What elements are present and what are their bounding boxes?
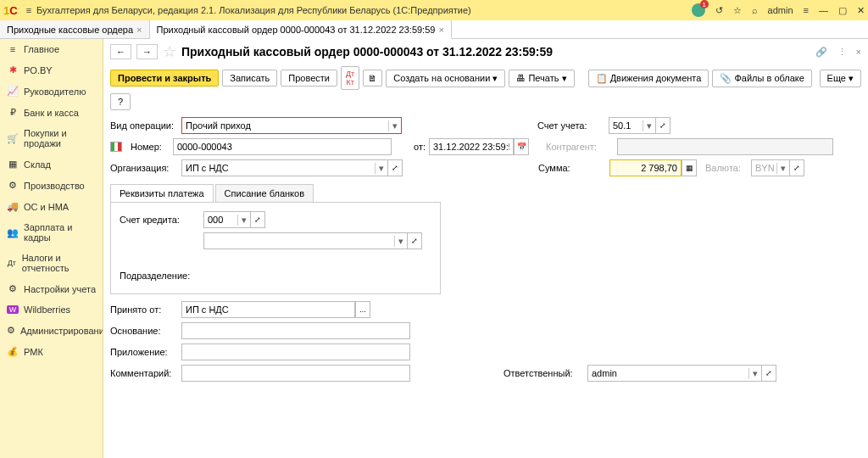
back-button[interactable]: ← xyxy=(110,44,131,59)
movements-button[interactable]: 📋 Движения документа xyxy=(588,70,709,87)
op-type-select[interactable]: Прочий приход▾ xyxy=(181,117,402,134)
notifications-icon[interactable] xyxy=(692,3,705,17)
sidebar-item-sales[interactable]: 🛒Покупки и продажи xyxy=(0,123,103,154)
more-button[interactable]: Еще ▾ xyxy=(820,70,861,87)
sidebar-item-main[interactable]: ≡Главное xyxy=(0,39,103,59)
dt-icon: Дт xyxy=(7,259,17,267)
create-based-button[interactable]: Создать на основании ▾ xyxy=(386,70,505,87)
cloud-files-button[interactable]: 📎 Файлы в облаке xyxy=(712,70,811,87)
minimize-icon[interactable]: — xyxy=(819,5,828,15)
toolbar: Провести и закрыть Записать Провести ДтК… xyxy=(110,66,861,110)
sidebar-item-rmk[interactable]: 💰РМК xyxy=(0,341,103,362)
chevron-down-icon: ▾ xyxy=(643,120,652,131)
favorite-icon[interactable]: ☆ xyxy=(733,5,742,16)
calendar-icon[interactable]: 📅 xyxy=(514,138,529,155)
document-tabs: Приходные кассовые ордера × Приходный ка… xyxy=(0,20,868,39)
credit-account-select[interactable]: 000▾ xyxy=(203,211,250,228)
subconto-select[interactable]: ▾ xyxy=(203,232,407,249)
calc-icon[interactable]: ▦ xyxy=(682,159,697,176)
open-button[interactable]: ⤢ xyxy=(387,159,403,176)
attachment-label: Приложение: xyxy=(110,347,178,357)
counterparty-input xyxy=(617,138,833,155)
open-button[interactable]: ⤢ xyxy=(655,117,670,134)
close-icon[interactable]: ✕ xyxy=(857,5,865,16)
attachment-input[interactable] xyxy=(181,344,410,360)
content: ← → ☆ Приходный кассовый ордер 0000-0000… xyxy=(103,39,868,458)
tab-list[interactable]: Приходные кассовые ордера × xyxy=(0,20,150,38)
people-icon: 👥 xyxy=(7,227,19,238)
more-icon[interactable]: ⋮ xyxy=(837,47,847,57)
sidebar-item-wildberries[interactable]: WWildberries xyxy=(0,299,103,320)
chevron-down-icon: ▾ xyxy=(375,163,384,174)
sidebar-item-production[interactable]: ⚙Производство xyxy=(0,175,103,196)
gear-icon: ⚙ xyxy=(7,180,19,191)
flag-icon[interactable] xyxy=(110,142,122,152)
wb-icon: W xyxy=(7,305,19,314)
save-button[interactable]: Записать xyxy=(222,70,277,87)
basis-input[interactable] xyxy=(181,322,410,339)
counterparty-label: Контрагент: xyxy=(546,142,614,152)
document-title: Приходный кассовый ордер 0000-000043 от … xyxy=(181,45,804,59)
tab-label: Приходные кассовые ордера xyxy=(7,25,133,35)
responsible-label: Ответственный: xyxy=(504,368,584,378)
tab-label: Приходный кассовый ордер 0000-000043 от … xyxy=(157,25,436,35)
sum-input[interactable] xyxy=(609,159,682,176)
sidebar-item-settings[interactable]: ⚙Настройки учета xyxy=(0,278,103,299)
dt-kt-button[interactable]: ДтКт xyxy=(341,66,359,90)
org-label: Организация: xyxy=(110,163,178,173)
responsible-select[interactable]: admin▾ xyxy=(587,365,761,382)
structure-button[interactable]: 🗎 xyxy=(363,70,382,87)
sidebar-item-manager[interactable]: 📈Руководителю xyxy=(0,81,103,102)
payment-details-panel: Счет кредита: 000▾ ⤢ ▾ ⤢ xyxy=(110,203,441,294)
date-input[interactable] xyxy=(429,138,514,155)
sidebar-item-warehouse[interactable]: ▦Склад xyxy=(0,154,103,175)
from-input[interactable] xyxy=(181,301,355,318)
gear-icon: ⚙ xyxy=(7,283,19,294)
subdivision-label: Подразделение: xyxy=(120,271,200,281)
maximize-icon[interactable]: ▢ xyxy=(838,5,847,16)
open-button[interactable]: ⤢ xyxy=(407,232,422,249)
forward-button[interactable]: → xyxy=(136,44,158,59)
money-icon: ₽ xyxy=(7,107,19,118)
sidebar-item-admin[interactable]: ⚙Администрирование xyxy=(0,320,103,341)
history-icon[interactable]: ↺ xyxy=(715,5,723,16)
date-label: от: xyxy=(409,142,426,152)
settings-icon[interactable]: ≡ xyxy=(804,5,809,15)
sidebar-item-poby[interactable]: ✱PO.BY xyxy=(0,59,103,81)
tab-forms-writeoff[interactable]: Списание бланков xyxy=(215,184,314,202)
link-icon[interactable]: 🔗 xyxy=(815,47,827,57)
number-input[interactable] xyxy=(173,138,392,155)
close-icon[interactable]: × xyxy=(856,47,861,57)
menu-icon[interactable]: ≡ xyxy=(26,5,31,15)
chart-icon: 📈 xyxy=(7,86,19,97)
sidebar-item-taxes[interactable]: ДтНалоги и отчетность xyxy=(0,248,103,278)
post-button[interactable]: Провести xyxy=(281,70,337,87)
open-button[interactable]: ⤢ xyxy=(761,365,776,382)
cart-icon: 🛒 xyxy=(7,133,19,144)
open-button[interactable]: ⤢ xyxy=(789,159,804,176)
account-select[interactable]: 50.1▾ xyxy=(609,117,655,134)
sidebar-item-assets[interactable]: 🚚ОС и НМА xyxy=(0,196,103,217)
number-label: Номер: xyxy=(131,142,170,152)
sidebar: ≡Главное ✱PO.BY 📈Руководителю ₽Банк и ка… xyxy=(0,39,103,458)
tab-close-icon[interactable]: × xyxy=(136,25,142,35)
grid-icon: ▦ xyxy=(7,159,19,170)
sidebar-item-hr[interactable]: 👥Зарплата и кадры xyxy=(0,217,103,248)
open-button[interactable]: ⤢ xyxy=(250,211,265,228)
ellipsis-button[interactable]: ... xyxy=(355,301,370,318)
print-button[interactable]: 🖶 Печать ▾ xyxy=(509,70,574,87)
user-label[interactable]: admin xyxy=(768,5,793,15)
star-icon[interactable]: ☆ xyxy=(163,42,176,61)
truck-icon: 🚚 xyxy=(7,201,19,212)
sidebar-item-bank[interactable]: ₽Банк и касса xyxy=(0,102,103,123)
sum-label: Сумма: xyxy=(538,163,606,173)
help-button[interactable]: ? xyxy=(110,93,131,110)
search-icon[interactable]: ⌕ xyxy=(752,5,758,15)
org-select[interactable]: ИП с НДС▾ xyxy=(181,159,387,176)
post-and-close-button[interactable]: Провести и закрыть xyxy=(110,70,219,87)
tab-document[interactable]: Приходный кассовый ордер 0000-000043 от … xyxy=(150,20,452,39)
doc-header: ← → ☆ Приходный кассовый ордер 0000-0000… xyxy=(110,42,861,61)
tab-close-icon[interactable]: × xyxy=(438,25,443,35)
tab-payment-details[interactable]: Реквизиты платежа xyxy=(110,184,214,202)
comment-input[interactable] xyxy=(181,365,410,382)
